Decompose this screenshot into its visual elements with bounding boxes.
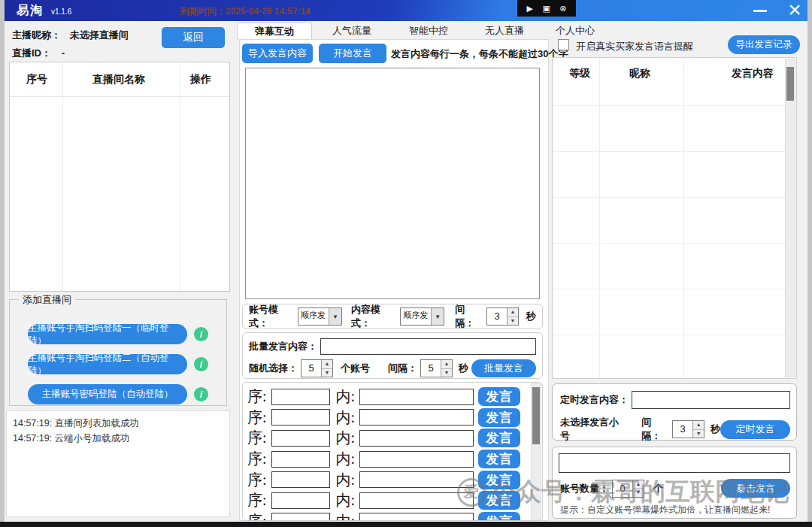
- burst-speech-box: 账号数量： 0 ▲▼ 个 暴击发言 提示：自定义账号弹幕爆炸式加倍，让直播间燃起…: [552, 447, 797, 519]
- burst-send-button[interactable]: 暴击发言: [721, 479, 790, 498]
- tab-personal-center[interactable]: 个人中心: [538, 23, 613, 40]
- row-seq-label: 序:: [247, 511, 267, 521]
- burst-content-input[interactable]: [559, 453, 790, 473]
- login-password-button[interactable]: 主播账号密码登陆（自动登陆）: [28, 384, 187, 404]
- import-speech-button[interactable]: 导入发言内容: [242, 44, 313, 63]
- column-divider: [180, 62, 180, 291]
- row-content-label: 内:: [336, 470, 356, 490]
- row-seq-input[interactable]: [271, 451, 330, 468]
- burst-count-spinner[interactable]: 0 ▲▼: [612, 480, 644, 498]
- speak-row: 序: 内: 发言: [243, 449, 542, 470]
- rows-scrollbar[interactable]: [531, 383, 541, 519]
- row-content-input[interactable]: [359, 389, 474, 405]
- row-content-input[interactable]: [359, 513, 474, 521]
- row-seq-input[interactable]: [271, 513, 330, 521]
- back-button[interactable]: 返回: [162, 27, 225, 48]
- login-scan-temp-button[interactable]: 主播账号手淘扫码登陆一（临时登陆）: [28, 324, 187, 344]
- desktop: 易淘 v1.1.6 到期时间：2025-04-26 14:57:14 × ▶ ▣…: [0, 0, 812, 527]
- content-mode-label: 内容模式：: [351, 303, 398, 330]
- capture-icon[interactable]: ▣: [542, 5, 550, 13]
- room-list-table: 序号 直播间名称 操作: [9, 62, 230, 292]
- timed-content-label: 定时发言内容：: [560, 393, 629, 407]
- cursor-icon[interactable]: ▶: [526, 5, 532, 13]
- host-nickname-row: 主播昵称： 未选择直播间: [12, 29, 129, 42]
- batch-send-button[interactable]: 批量发言: [471, 359, 536, 377]
- batch-content-field[interactable]: [321, 339, 535, 354]
- timed-interval-spinner[interactable]: 3 ▲▼: [672, 420, 704, 438]
- timed-send-button[interactable]: 定时发言: [720, 420, 790, 439]
- rows-scrollbar-thumb[interactable]: [532, 387, 540, 444]
- app-title: 易淘: [17, 3, 44, 19]
- info-icon[interactable]: i: [194, 327, 208, 341]
- no-account-selected-label: 未选择发言小号: [560, 416, 625, 443]
- speech-hint: 发言内容每行一条，每条不能超过30个字: [391, 47, 568, 61]
- row-send-button[interactable]: 发言: [478, 471, 520, 489]
- burst-tip: 提示：自定义账号弹幕爆炸式加倍，让直播间燃起来!: [553, 498, 796, 516]
- speak-row: 序: 内: 发言: [243, 386, 542, 407]
- row-seq-input[interactable]: [271, 409, 330, 426]
- chevron-down-icon: ▼: [431, 308, 444, 325]
- interval-spinner[interactable]: 3 ▲▼: [486, 307, 519, 326]
- content-mode-select[interactable]: 顺序发 ▼: [400, 307, 444, 326]
- spinner-arrows[interactable]: ▲▼: [692, 421, 704, 438]
- row-content-input[interactable]: [359, 492, 474, 509]
- records-scrollbar-thumb[interactable]: [786, 67, 794, 101]
- batch-interval-spinner[interactable]: 5 ▲▼: [420, 359, 453, 377]
- tab-danmu-interaction[interactable]: 弹幕互动: [237, 23, 312, 40]
- start-speech-button[interactable]: 开始发言: [319, 44, 386, 63]
- real-buyer-alert-checkbox[interactable]: [558, 39, 569, 50]
- overlay-close-icon[interactable]: ⊗: [559, 5, 566, 13]
- host-nickname-label: 主播昵称：: [12, 29, 61, 41]
- row-content-input[interactable]: [359, 409, 474, 426]
- account-mode-label: 账号模式：: [249, 303, 296, 330]
- info-icon[interactable]: i: [194, 387, 208, 401]
- row-seq-label: 序:: [247, 428, 267, 448]
- batch-content-input[interactable]: [320, 338, 536, 355]
- spinner-arrows[interactable]: ▲▼: [321, 360, 332, 377]
- expiry-time-label: 到期时间：2025-04-26 14:57:14: [180, 5, 311, 18]
- row-send-button[interactable]: 发言: [478, 387, 520, 406]
- room-table-header: 序号 直播间名称 操作: [10, 62, 229, 97]
- close-button[interactable]: ×: [782, 0, 807, 23]
- row-seq-label: 序:: [247, 386, 267, 407]
- tab-unmanned-live[interactable]: 无人直播: [467, 23, 542, 40]
- row-content-input[interactable]: [359, 430, 474, 447]
- timed-content-input[interactable]: [632, 391, 790, 409]
- spinner-arrows[interactable]: ▲▼: [441, 360, 452, 377]
- row-send-button[interactable]: 发言: [478, 512, 520, 521]
- timed-interval-value: 3: [673, 421, 692, 438]
- export-records-button[interactable]: 导出发言记录: [728, 35, 800, 54]
- row-content-label: 内:: [336, 449, 356, 469]
- column-divider: [599, 58, 600, 378]
- random-count-spinner[interactable]: 5 ▲▼: [301, 359, 333, 377]
- tab-smart-control[interactable]: 智能中控: [391, 23, 466, 40]
- records-scrollbar[interactable]: [785, 59, 795, 377]
- spinner-arrows[interactable]: ▲▼: [632, 480, 644, 497]
- row-content-label: 内:: [336, 407, 356, 428]
- minimize-button[interactable]: [753, 10, 767, 12]
- row-send-button[interactable]: 发言: [478, 450, 520, 468]
- row-content-input[interactable]: [359, 471, 474, 488]
- row-content-input[interactable]: [359, 451, 474, 468]
- add-room-group-title: 添加直播间: [19, 293, 75, 307]
- account-mode-value: 顺序发: [298, 308, 329, 325]
- tab-popularity-traffic[interactable]: 人气流量: [314, 23, 389, 40]
- row-send-button[interactable]: 发言: [478, 408, 520, 427]
- speech-content-textarea[interactable]: [245, 68, 540, 299]
- speech-records-table: 等级 昵称 发言内容: [552, 57, 797, 379]
- row-seq-input[interactable]: [271, 389, 330, 405]
- speak-rows-box: 序: 内: 发言 序: 内: 发言 序: 内: 发言: [242, 382, 543, 521]
- info-icon[interactable]: i: [194, 357, 208, 371]
- login-scan-auto-button[interactable]: 主播账号手淘扫码登陆二（自动登陆）: [28, 354, 187, 374]
- interval-value: 3: [487, 308, 507, 325]
- row-seq-label: 序:: [247, 490, 267, 510]
- column-header-speech: 发言内容: [732, 67, 774, 80]
- column-header-room-name: 直播间名称: [92, 73, 145, 86]
- spinner-arrows[interactable]: ▲▼: [507, 308, 518, 325]
- row-send-button[interactable]: 发言: [478, 491, 520, 510]
- row-seq-input[interactable]: [271, 430, 330, 447]
- account-mode-select[interactable]: 顺序发 ▼: [298, 307, 342, 326]
- row-seq-input[interactable]: [271, 492, 330, 509]
- row-seq-input[interactable]: [271, 471, 330, 488]
- row-send-button[interactable]: 发言: [478, 429, 520, 447]
